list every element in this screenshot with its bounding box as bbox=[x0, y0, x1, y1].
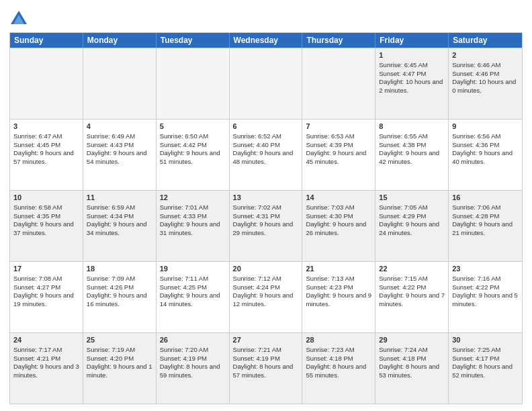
day-info: Daylight: 9 hours and 5 minutes. bbox=[452, 291, 519, 309]
calendar-cell: 22Sunrise: 7:15 AMSunset: 4:22 PMDayligh… bbox=[375, 262, 449, 332]
day-info: Sunset: 4:20 PM bbox=[87, 355, 152, 363]
logo-icon bbox=[9, 9, 28, 28]
day-info: Daylight: 9 hours and 57 minutes. bbox=[13, 149, 79, 167]
day-info: Sunset: 4:18 PM bbox=[306, 355, 371, 363]
calendar-cell: 11Sunrise: 6:59 AMSunset: 4:34 PMDayligh… bbox=[83, 191, 157, 261]
calendar-cell bbox=[302, 48, 375, 119]
calendar-row: 17Sunrise: 7:08 AMSunset: 4:27 PMDayligh… bbox=[10, 261, 522, 332]
day-info: Sunrise: 7:06 AM bbox=[452, 203, 519, 212]
day-info: Sunset: 4:22 PM bbox=[379, 283, 445, 292]
day-info: Sunset: 4:27 PM bbox=[13, 283, 79, 292]
day-info: Daylight: 9 hours and 9 minutes. bbox=[306, 291, 371, 309]
day-number: 8 bbox=[379, 122, 445, 132]
day-info: Sunrise: 7:23 AM bbox=[306, 346, 371, 355]
day-number: 9 bbox=[452, 122, 519, 132]
day-number: 5 bbox=[160, 122, 226, 132]
calendar-cell: 10Sunrise: 6:58 AMSunset: 4:35 PMDayligh… bbox=[10, 191, 83, 261]
calendar-header-cell: Wednesday bbox=[230, 33, 303, 48]
day-number: 15 bbox=[379, 193, 445, 203]
day-number: 12 bbox=[160, 193, 226, 203]
day-info: Daylight: 8 hours and 52 minutes. bbox=[452, 363, 519, 380]
day-info: Sunset: 4:34 PM bbox=[87, 212, 152, 221]
day-info: Sunrise: 7:24 AM bbox=[379, 346, 445, 355]
day-info: Sunset: 4:30 PM bbox=[306, 212, 371, 221]
day-info: Daylight: 10 hours and 0 minutes. bbox=[452, 78, 519, 95]
day-info: Daylight: 8 hours and 53 minutes. bbox=[379, 363, 445, 380]
day-info: Daylight: 9 hours and 1 minute. bbox=[87, 363, 152, 380]
day-info: Sunrise: 7:03 AM bbox=[306, 203, 371, 212]
calendar: SundayMondayTuesdayWednesdayThursdayFrid… bbox=[9, 32, 523, 404]
day-number: 3 bbox=[13, 122, 79, 132]
day-info: Sunset: 4:19 PM bbox=[160, 355, 226, 363]
day-info: Daylight: 9 hours and 7 minutes. bbox=[379, 291, 445, 309]
day-number: 20 bbox=[233, 264, 299, 274]
day-number: 1 bbox=[379, 50, 445, 60]
calendar-header-cell: Saturday bbox=[449, 33, 522, 48]
calendar-cell: 7Sunrise: 6:53 AMSunset: 4:39 PMDaylight… bbox=[302, 120, 375, 190]
day-info: Sunrise: 7:01 AM bbox=[160, 203, 226, 212]
day-info: Daylight: 9 hours and 40 minutes. bbox=[452, 149, 519, 167]
calendar-header-cell: Thursday bbox=[302, 33, 375, 48]
day-info: Sunset: 4:47 PM bbox=[379, 70, 445, 79]
day-info: Daylight: 9 hours and 34 minutes. bbox=[87, 220, 152, 238]
day-info: Sunset: 4:26 PM bbox=[87, 283, 152, 292]
calendar-row: 3Sunrise: 6:47 AMSunset: 4:45 PMDaylight… bbox=[10, 119, 522, 190]
calendar-cell: 16Sunrise: 7:06 AMSunset: 4:28 PMDayligh… bbox=[449, 191, 522, 261]
day-info: Sunset: 4:39 PM bbox=[306, 141, 371, 150]
calendar-header-cell: Monday bbox=[83, 33, 157, 48]
day-info: Sunrise: 6:46 AM bbox=[452, 61, 519, 70]
calendar-body: 1Sunrise: 6:45 AMSunset: 4:47 PMDaylight… bbox=[10, 48, 522, 404]
day-info: Daylight: 9 hours and 51 minutes. bbox=[160, 149, 226, 167]
day-info: Sunset: 4:40 PM bbox=[233, 141, 299, 150]
day-info: Sunrise: 7:11 AM bbox=[160, 275, 226, 283]
calendar-cell: 18Sunrise: 7:09 AMSunset: 4:26 PMDayligh… bbox=[83, 262, 157, 332]
calendar-header-cell: Sunday bbox=[10, 33, 83, 48]
day-info: Sunset: 4:25 PM bbox=[160, 283, 226, 292]
calendar-cell: 4Sunrise: 6:49 AMSunset: 4:43 PMDaylight… bbox=[83, 120, 157, 190]
day-info: Daylight: 9 hours and 26 minutes. bbox=[306, 220, 371, 238]
day-info: Daylight: 8 hours and 55 minutes. bbox=[306, 363, 371, 380]
day-info: Sunset: 4:17 PM bbox=[452, 355, 519, 363]
day-info: Sunset: 4:24 PM bbox=[233, 283, 299, 292]
day-info: Daylight: 9 hours and 31 minutes. bbox=[160, 220, 226, 238]
day-number: 25 bbox=[87, 335, 152, 345]
day-info: Daylight: 9 hours and 54 minutes. bbox=[87, 149, 152, 167]
day-info: Daylight: 9 hours and 21 minutes. bbox=[452, 220, 519, 238]
day-number: 2 bbox=[452, 50, 519, 60]
day-info: Sunrise: 6:58 AM bbox=[13, 203, 79, 212]
day-number: 23 bbox=[452, 264, 519, 274]
day-info: Sunset: 4:18 PM bbox=[379, 355, 445, 363]
day-info: Sunrise: 6:52 AM bbox=[233, 132, 299, 141]
day-info: Daylight: 9 hours and 42 minutes. bbox=[379, 149, 445, 167]
calendar-row: 1Sunrise: 6:45 AMSunset: 4:47 PMDaylight… bbox=[10, 48, 522, 119]
day-number: 24 bbox=[13, 335, 79, 345]
day-info: Daylight: 9 hours and 16 minutes. bbox=[87, 291, 152, 309]
day-info: Daylight: 8 hours and 59 minutes. bbox=[160, 363, 226, 380]
calendar-cell bbox=[10, 48, 83, 119]
calendar-cell bbox=[230, 48, 303, 119]
calendar-cell: 2Sunrise: 6:46 AMSunset: 4:46 PMDaylight… bbox=[449, 48, 522, 119]
day-info: Sunset: 4:42 PM bbox=[160, 141, 226, 150]
day-info: Daylight: 9 hours and 45 minutes. bbox=[306, 149, 371, 167]
day-info: Daylight: 9 hours and 14 minutes. bbox=[160, 291, 226, 309]
calendar-cell: 29Sunrise: 7:24 AMSunset: 4:18 PMDayligh… bbox=[375, 333, 449, 404]
day-info: Sunset: 4:28 PM bbox=[452, 212, 519, 221]
calendar-cell: 24Sunrise: 7:17 AMSunset: 4:21 PMDayligh… bbox=[10, 333, 83, 404]
day-info: Sunset: 4:33 PM bbox=[160, 212, 226, 221]
day-info: Sunrise: 6:53 AM bbox=[306, 132, 371, 141]
logo bbox=[9, 9, 31, 28]
day-info: Sunrise: 6:59 AM bbox=[87, 203, 152, 212]
calendar-header-cell: Tuesday bbox=[157, 33, 230, 48]
calendar-cell: 30Sunrise: 7:25 AMSunset: 4:17 PMDayligh… bbox=[449, 333, 522, 404]
calendar-header: SundayMondayTuesdayWednesdayThursdayFrid… bbox=[10, 33, 522, 48]
day-info: Sunrise: 6:55 AM bbox=[379, 132, 445, 141]
day-number: 17 bbox=[13, 264, 79, 274]
day-number: 7 bbox=[306, 122, 371, 132]
calendar-cell: 17Sunrise: 7:08 AMSunset: 4:27 PMDayligh… bbox=[10, 262, 83, 332]
day-info: Sunset: 4:43 PM bbox=[87, 141, 152, 150]
day-info: Daylight: 9 hours and 24 minutes. bbox=[379, 220, 445, 238]
day-number: 10 bbox=[13, 193, 79, 203]
day-info: Sunset: 4:29 PM bbox=[379, 212, 445, 221]
day-info: Sunrise: 6:47 AM bbox=[13, 132, 79, 141]
day-info: Daylight: 9 hours and 3 minutes. bbox=[13, 363, 79, 380]
